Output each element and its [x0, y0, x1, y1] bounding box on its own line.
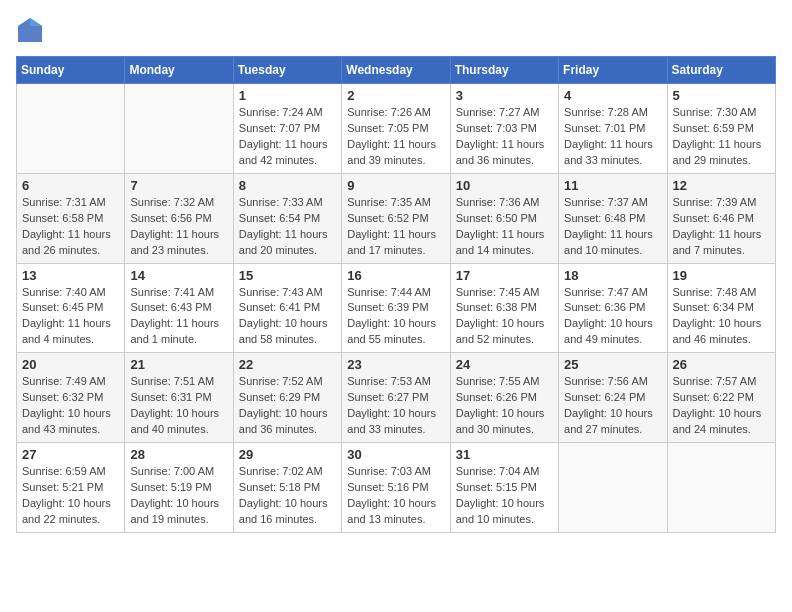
calendar-cell: 18Sunrise: 7:47 AMSunset: 6:36 PMDayligh…: [559, 263, 667, 353]
day-number: 19: [673, 268, 770, 283]
calendar-cell: 21Sunrise: 7:51 AMSunset: 6:31 PMDayligh…: [125, 353, 233, 443]
day-info: Sunrise: 7:53 AMSunset: 6:27 PMDaylight:…: [347, 374, 444, 438]
day-number: 22: [239, 357, 336, 372]
calendar-cell: 31Sunrise: 7:04 AMSunset: 5:15 PMDayligh…: [450, 443, 558, 533]
calendar-cell: 30Sunrise: 7:03 AMSunset: 5:16 PMDayligh…: [342, 443, 450, 533]
calendar-cell: 9Sunrise: 7:35 AMSunset: 6:52 PMDaylight…: [342, 173, 450, 263]
day-info: Sunrise: 7:24 AMSunset: 7:07 PMDaylight:…: [239, 105, 336, 169]
calendar-cell: 25Sunrise: 7:56 AMSunset: 6:24 PMDayligh…: [559, 353, 667, 443]
calendar-week-row: 20Sunrise: 7:49 AMSunset: 6:32 PMDayligh…: [17, 353, 776, 443]
day-info: Sunrise: 7:43 AMSunset: 6:41 PMDaylight:…: [239, 285, 336, 349]
day-number: 8: [239, 178, 336, 193]
day-info: Sunrise: 7:56 AMSunset: 6:24 PMDaylight:…: [564, 374, 661, 438]
calendar-week-row: 6Sunrise: 7:31 AMSunset: 6:58 PMDaylight…: [17, 173, 776, 263]
calendar-cell: 17Sunrise: 7:45 AMSunset: 6:38 PMDayligh…: [450, 263, 558, 353]
day-number: 30: [347, 447, 444, 462]
day-info: Sunrise: 7:51 AMSunset: 6:31 PMDaylight:…: [130, 374, 227, 438]
calendar-cell: 10Sunrise: 7:36 AMSunset: 6:50 PMDayligh…: [450, 173, 558, 263]
calendar-cell: 6Sunrise: 7:31 AMSunset: 6:58 PMDaylight…: [17, 173, 125, 263]
calendar-cell: 7Sunrise: 7:32 AMSunset: 6:56 PMDaylight…: [125, 173, 233, 263]
weekday-header: Sunday: [17, 57, 125, 84]
day-info: Sunrise: 7:28 AMSunset: 7:01 PMDaylight:…: [564, 105, 661, 169]
calendar-cell: 19Sunrise: 7:48 AMSunset: 6:34 PMDayligh…: [667, 263, 775, 353]
day-number: 16: [347, 268, 444, 283]
day-number: 7: [130, 178, 227, 193]
calendar-cell: [559, 443, 667, 533]
calendar-cell: [17, 84, 125, 174]
day-info: Sunrise: 7:39 AMSunset: 6:46 PMDaylight:…: [673, 195, 770, 259]
day-number: 20: [22, 357, 119, 372]
day-number: 9: [347, 178, 444, 193]
calendar-cell: 11Sunrise: 7:37 AMSunset: 6:48 PMDayligh…: [559, 173, 667, 263]
day-number: 2: [347, 88, 444, 103]
day-info: Sunrise: 7:57 AMSunset: 6:22 PMDaylight:…: [673, 374, 770, 438]
day-info: Sunrise: 7:31 AMSunset: 6:58 PMDaylight:…: [22, 195, 119, 259]
day-info: Sunrise: 7:55 AMSunset: 6:26 PMDaylight:…: [456, 374, 553, 438]
calendar-week-row: 13Sunrise: 7:40 AMSunset: 6:45 PMDayligh…: [17, 263, 776, 353]
calendar-cell: 20Sunrise: 7:49 AMSunset: 6:32 PMDayligh…: [17, 353, 125, 443]
day-number: 4: [564, 88, 661, 103]
day-info: Sunrise: 7:30 AMSunset: 6:59 PMDaylight:…: [673, 105, 770, 169]
calendar-cell: 14Sunrise: 7:41 AMSunset: 6:43 PMDayligh…: [125, 263, 233, 353]
calendar-cell: [667, 443, 775, 533]
day-number: 1: [239, 88, 336, 103]
calendar-cell: 26Sunrise: 7:57 AMSunset: 6:22 PMDayligh…: [667, 353, 775, 443]
day-number: 21: [130, 357, 227, 372]
day-number: 29: [239, 447, 336, 462]
day-number: 5: [673, 88, 770, 103]
day-info: Sunrise: 7:41 AMSunset: 6:43 PMDaylight:…: [130, 285, 227, 349]
day-info: Sunrise: 7:36 AMSunset: 6:50 PMDaylight:…: [456, 195, 553, 259]
calendar-cell: 4Sunrise: 7:28 AMSunset: 7:01 PMDaylight…: [559, 84, 667, 174]
weekday-header-row: SundayMondayTuesdayWednesdayThursdayFrid…: [17, 57, 776, 84]
day-info: Sunrise: 7:37 AMSunset: 6:48 PMDaylight:…: [564, 195, 661, 259]
weekday-header: Friday: [559, 57, 667, 84]
weekday-header: Tuesday: [233, 57, 341, 84]
day-info: Sunrise: 7:44 AMSunset: 6:39 PMDaylight:…: [347, 285, 444, 349]
day-info: Sunrise: 7:27 AMSunset: 7:03 PMDaylight:…: [456, 105, 553, 169]
calendar-week-row: 1Sunrise: 7:24 AMSunset: 7:07 PMDaylight…: [17, 84, 776, 174]
day-number: 23: [347, 357, 444, 372]
day-number: 14: [130, 268, 227, 283]
day-number: 31: [456, 447, 553, 462]
logo: [16, 16, 48, 44]
day-number: 27: [22, 447, 119, 462]
calendar-cell: 2Sunrise: 7:26 AMSunset: 7:05 PMDaylight…: [342, 84, 450, 174]
weekday-header: Wednesday: [342, 57, 450, 84]
day-number: 6: [22, 178, 119, 193]
day-number: 28: [130, 447, 227, 462]
day-info: Sunrise: 7:02 AMSunset: 5:18 PMDaylight:…: [239, 464, 336, 528]
day-info: Sunrise: 7:49 AMSunset: 6:32 PMDaylight:…: [22, 374, 119, 438]
calendar-cell: 24Sunrise: 7:55 AMSunset: 6:26 PMDayligh…: [450, 353, 558, 443]
day-number: 13: [22, 268, 119, 283]
weekday-header: Thursday: [450, 57, 558, 84]
day-info: Sunrise: 7:03 AMSunset: 5:16 PMDaylight:…: [347, 464, 444, 528]
day-info: Sunrise: 6:59 AMSunset: 5:21 PMDaylight:…: [22, 464, 119, 528]
day-info: Sunrise: 7:40 AMSunset: 6:45 PMDaylight:…: [22, 285, 119, 349]
calendar-cell: 16Sunrise: 7:44 AMSunset: 6:39 PMDayligh…: [342, 263, 450, 353]
page-header: [16, 16, 776, 44]
calendar-cell: 5Sunrise: 7:30 AMSunset: 6:59 PMDaylight…: [667, 84, 775, 174]
day-number: 24: [456, 357, 553, 372]
calendar-cell: 15Sunrise: 7:43 AMSunset: 6:41 PMDayligh…: [233, 263, 341, 353]
day-info: Sunrise: 7:26 AMSunset: 7:05 PMDaylight:…: [347, 105, 444, 169]
calendar-cell: 8Sunrise: 7:33 AMSunset: 6:54 PMDaylight…: [233, 173, 341, 263]
logo-icon: [16, 16, 44, 44]
day-number: 12: [673, 178, 770, 193]
calendar-table: SundayMondayTuesdayWednesdayThursdayFrid…: [16, 56, 776, 533]
calendar-cell: 1Sunrise: 7:24 AMSunset: 7:07 PMDaylight…: [233, 84, 341, 174]
day-info: Sunrise: 7:47 AMSunset: 6:36 PMDaylight:…: [564, 285, 661, 349]
calendar-cell: 27Sunrise: 6:59 AMSunset: 5:21 PMDayligh…: [17, 443, 125, 533]
calendar-cell: 3Sunrise: 7:27 AMSunset: 7:03 PMDaylight…: [450, 84, 558, 174]
day-number: 11: [564, 178, 661, 193]
day-number: 10: [456, 178, 553, 193]
calendar-cell: 12Sunrise: 7:39 AMSunset: 6:46 PMDayligh…: [667, 173, 775, 263]
day-info: Sunrise: 7:35 AMSunset: 6:52 PMDaylight:…: [347, 195, 444, 259]
day-number: 17: [456, 268, 553, 283]
day-info: Sunrise: 7:04 AMSunset: 5:15 PMDaylight:…: [456, 464, 553, 528]
day-number: 26: [673, 357, 770, 372]
calendar-week-row: 27Sunrise: 6:59 AMSunset: 5:21 PMDayligh…: [17, 443, 776, 533]
day-info: Sunrise: 7:33 AMSunset: 6:54 PMDaylight:…: [239, 195, 336, 259]
day-number: 3: [456, 88, 553, 103]
day-info: Sunrise: 7:45 AMSunset: 6:38 PMDaylight:…: [456, 285, 553, 349]
day-number: 25: [564, 357, 661, 372]
